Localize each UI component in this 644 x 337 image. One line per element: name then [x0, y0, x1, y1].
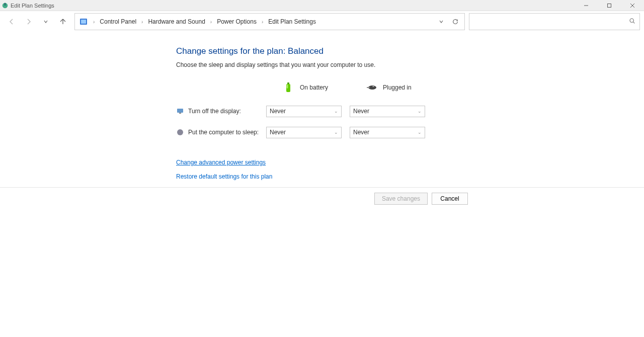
breadcrumb-power-options[interactable]: Power Options: [215, 17, 259, 26]
refresh-button[interactable]: [448, 15, 462, 29]
back-button[interactable]: [4, 14, 19, 29]
close-button[interactable]: [621, 0, 644, 11]
display-off-plugged-dropdown[interactable]: Never ⌄: [350, 106, 425, 117]
svg-rect-1: [5, 3, 6, 5]
titlebar: Edit Plan Settings: [0, 0, 644, 11]
page-subtitle: Choose the sleep and display settings th…: [176, 61, 644, 68]
breadcrumb-hardware-sound[interactable]: Hardware and Sound: [146, 17, 207, 26]
svg-rect-11: [287, 82, 289, 84]
window-title: Edit Plan Settings: [11, 3, 54, 9]
svg-point-8: [630, 19, 633, 22]
address-bar[interactable]: › Control Panel › Hardware and Sound › P…: [74, 13, 465, 30]
recent-dropdown-button[interactable]: [38, 14, 53, 29]
chevron-down-icon: ⌄: [334, 109, 338, 114]
plugged-in-label: Plugged in: [383, 84, 412, 91]
up-button[interactable]: [55, 14, 70, 29]
svg-rect-16: [177, 109, 183, 113]
svg-point-18: [177, 129, 183, 135]
cancel-button[interactable]: Cancel: [432, 193, 468, 205]
svg-point-15: [372, 86, 374, 87]
dropdown-value: Never: [270, 108, 286, 115]
sleep-plugged-dropdown[interactable]: Never ⌄: [350, 127, 425, 138]
search-icon: [629, 18, 635, 26]
sleep-battery-dropdown[interactable]: Never ⌄: [266, 127, 342, 138]
control-panel-icon: [79, 17, 88, 26]
battery-icon: [282, 81, 295, 94]
svg-line-9: [633, 22, 635, 24]
advanced-settings-link[interactable]: Change advanced power settings: [176, 159, 644, 166]
chevron-down-icon: ⌄: [334, 130, 338, 135]
sleep-label: Put the computer to sleep:: [188, 129, 266, 136]
chevron-down-icon: ⌄: [418, 130, 422, 135]
columns-header: On battery Plugged in: [176, 77, 644, 98]
plug-icon: [365, 81, 378, 94]
display-off-label: Turn off the display:: [188, 108, 266, 115]
sleep-icon: [176, 128, 184, 136]
svg-rect-3: [608, 4, 611, 7]
breadcrumb-edit-plan[interactable]: Edit Plan Settings: [266, 17, 318, 26]
chevron-right-icon: ›: [207, 19, 215, 25]
on-battery-label: On battery: [300, 84, 328, 91]
page-title: Change settings for the plan: Balanced: [176, 46, 644, 56]
app-icon: [2, 2, 9, 9]
display-off-battery-dropdown[interactable]: Never ⌄: [266, 106, 342, 117]
chevron-right-icon: ›: [259, 19, 266, 25]
forward-button[interactable]: [21, 14, 36, 29]
display-off-row: Turn off the display: Never ⌄ Never ⌄: [176, 101, 644, 122]
breadcrumb-control-panel[interactable]: Control Panel: [98, 17, 138, 26]
display-icon: [176, 107, 184, 115]
dropdown-value: Never: [353, 108, 369, 115]
chevron-down-icon: ⌄: [418, 109, 422, 114]
sleep-row: Put the computer to sleep: Never ⌄ Never…: [176, 122, 644, 143]
dropdown-value: Never: [353, 129, 369, 136]
navbar: › Control Panel › Hardware and Sound › P…: [0, 11, 644, 32]
search-box[interactable]: [469, 13, 640, 30]
footer: Save changes Cancel: [0, 188, 644, 205]
on-battery-column: On battery: [282, 81, 365, 94]
svg-point-12: [287, 85, 288, 89]
restore-defaults-link[interactable]: Restore default settings for this plan: [176, 173, 644, 180]
chevron-right-icon: ›: [138, 19, 146, 25]
address-history-button[interactable]: [434, 15, 448, 29]
maximize-button[interactable]: [598, 0, 621, 11]
svg-rect-7: [81, 20, 86, 24]
minimize-button[interactable]: [575, 0, 598, 11]
plugged-in-column: Plugged in: [365, 81, 448, 94]
content-area: Change settings for the plan: Balanced C…: [0, 32, 644, 180]
svg-rect-17: [179, 113, 181, 114]
save-button[interactable]: Save changes: [374, 193, 428, 205]
dropdown-value: Never: [270, 129, 286, 136]
svg-rect-14: [367, 87, 370, 88]
chevron-right-icon: ›: [90, 19, 98, 25]
search-input[interactable]: [473, 18, 629, 25]
